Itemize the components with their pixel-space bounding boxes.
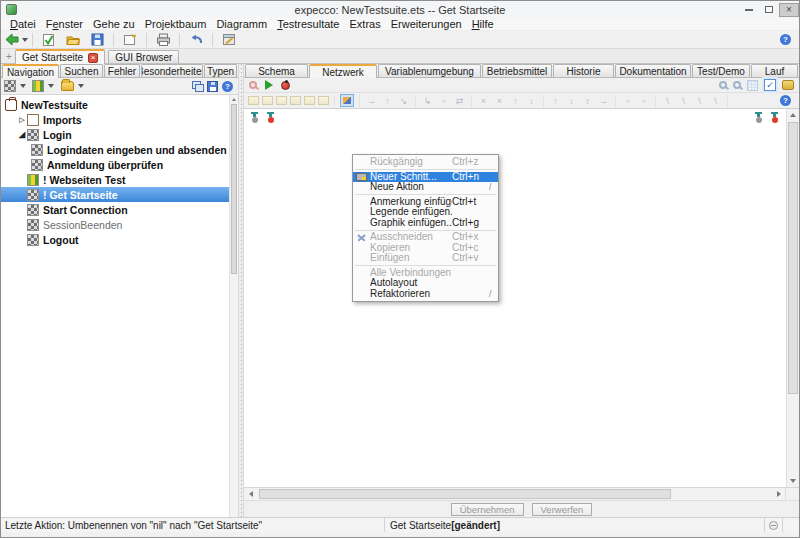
pin-right-icon[interactable]: → (365, 95, 378, 107)
help-icon[interactable] (780, 34, 791, 45)
zoom-out-icon[interactable] (719, 81, 727, 89)
scrollbar-thumb[interactable] (231, 104, 237, 274)
tree-row[interactable]: Anmeldung überprüfen (1, 157, 238, 172)
tree-row[interactable]: NewTestsuite (1, 97, 238, 112)
menu-item-neuer-schritt[interactable]: Neuer Schritt...Ctrl+n (353, 172, 498, 183)
lower-icon[interactable]: ↓ (565, 95, 578, 107)
tree-row[interactable]: Logout (1, 232, 238, 247)
tab-navigation[interactable]: Navigation (2, 64, 59, 78)
scroll-down-icon[interactable] (787, 475, 799, 487)
delete-up-icon[interactable]: ↑ (509, 95, 522, 107)
select-tool-icon[interactable] (340, 94, 354, 107)
grid-toggle-icon[interactable] (747, 80, 758, 91)
menu-item-legende-einfuegen[interactable]: Legende einfügen... (353, 207, 498, 218)
close-tab-icon[interactable]: × (88, 53, 98, 63)
delete-pin-icon[interactable]: × (477, 95, 490, 107)
pin-icon[interactable]: + (3, 50, 15, 63)
maximize-button[interactable] (759, 3, 779, 17)
tab-typen[interactable]: Typen (204, 64, 237, 77)
tab-dokumentation[interactable]: Dokumentation (615, 64, 691, 77)
tab-netzwerk[interactable]: Netzwerk (309, 64, 377, 78)
menu-datei[interactable]: Datei (5, 18, 41, 30)
menu-testresultate[interactable]: Testresultate (272, 18, 344, 30)
help-icon[interactable] (780, 95, 791, 106)
expander-expanded-icon[interactable]: ◢ (17, 130, 27, 139)
pin-up-icon[interactable]: ↑ (381, 95, 394, 107)
tab-test-demo[interactable]: Test/Demo (692, 64, 750, 77)
new-step-dropdown-icon[interactable] (20, 84, 26, 88)
menu-gehe-zu[interactable]: Gehe zu (88, 18, 140, 30)
tab-historie[interactable]: Historie (553, 64, 614, 77)
new-action-icon[interactable] (32, 80, 44, 92)
settings-icon[interactable] (217, 32, 241, 48)
back-icon[interactable] (4, 32, 28, 48)
uebernehmen-button[interactable]: Übernehmen (451, 503, 524, 516)
tab-suchen[interactable]: Suchen (60, 64, 103, 77)
frame-icon[interactable]: ▫ (437, 95, 450, 107)
menu-item-autolayout[interactable]: Autolayout (353, 278, 498, 289)
tree-row[interactable]: ! Webseiten Test (1, 172, 238, 187)
delete-step-icon[interactable]: × (493, 95, 506, 107)
tab-schema[interactable]: Schema (245, 64, 308, 77)
delete-down-icon[interactable]: ↓ (525, 95, 538, 107)
line-manhattan-icon[interactable]: \ (709, 95, 722, 107)
menu-item-graphik-einfuegen[interactable]: Graphik einfügen...Ctrl+g (353, 218, 498, 229)
tree-row[interactable]: Start Connection (1, 202, 238, 217)
undo-icon[interactable] (184, 32, 208, 48)
connect-icon[interactable]: ↳ (421, 95, 434, 107)
debug-icon[interactable] (281, 81, 290, 90)
tab-betriebsmittel[interactable]: Betriebsmittel (482, 64, 552, 77)
menu-fenster[interactable]: Fenster (41, 18, 88, 30)
input-pin-red-icon[interactable] (266, 112, 275, 123)
tree-row[interactable]: ▷Imports (1, 112, 238, 127)
close-button[interactable]: × (779, 3, 799, 17)
expander-collapsed-icon[interactable]: ▷ (17, 116, 27, 124)
scrollbar-thumb[interactable] (788, 122, 798, 394)
join-icon[interactable]: ▫ (621, 95, 634, 107)
scroll-left-icon[interactable] (244, 488, 257, 500)
snap-checkbox[interactable] (764, 79, 776, 91)
line-straight-icon[interactable]: \ (661, 95, 674, 107)
save-tree-icon[interactable] (207, 81, 218, 92)
tab-gui-browser[interactable]: GUI Browser (108, 50, 179, 63)
raise-icon[interactable]: ↑ (549, 95, 562, 107)
input-pin-icon[interactable] (250, 112, 259, 123)
new-action-dropdown-icon[interactable] (48, 84, 54, 88)
rotate-icon[interactable]: → (597, 95, 610, 107)
camera-icon[interactable] (782, 80, 794, 90)
tree-row[interactable]: SessionBeenden (1, 217, 238, 232)
minimize-button[interactable] (739, 3, 759, 17)
menu-projektbaum[interactable]: Projektbaum (140, 18, 212, 30)
save-icon[interactable] (85, 32, 109, 48)
zoom-in-icon[interactable] (733, 81, 741, 89)
insert-wrapper-icon[interactable] (290, 96, 301, 105)
split-icon[interactable]: ▫ (637, 95, 650, 107)
run-icon[interactable] (265, 80, 273, 90)
menu-hilfe[interactable]: Hilfe (467, 18, 499, 30)
search-disabled-icon[interactable] (249, 81, 257, 89)
menu-erweiterungen[interactable]: Erweiterungen (386, 18, 467, 30)
pin-branch-icon[interactable]: ↘ (397, 95, 410, 107)
menu-diagramm[interactable]: Diagramm (211, 18, 272, 30)
insert-reference-icon[interactable] (276, 96, 287, 105)
tab-besonderheiten[interactable]: Besonderheiten (141, 64, 203, 77)
insert-step-icon[interactable] (248, 96, 259, 105)
insert-page-icon[interactable] (304, 96, 315, 105)
new-folder-icon[interactable] (61, 81, 74, 91)
output-pin-icon[interactable] (754, 112, 763, 123)
back-dropdown-icon[interactable] (22, 38, 28, 42)
network-canvas[interactable] (244, 109, 799, 488)
canvas-hscrollbar[interactable] (244, 488, 799, 501)
scroll-up-icon[interactable] (787, 109, 799, 121)
menu-item-refaktorieren[interactable]: Refaktorieren/ (353, 289, 498, 300)
menu-item-neue-aktion[interactable]: Neue Aktion/ (353, 182, 498, 193)
new-window-icon[interactable] (118, 32, 142, 48)
tab-variablenumgebung[interactable]: Variablenumgebung (378, 64, 481, 77)
tab-lauf[interactable]: Lauf (751, 64, 798, 77)
detach-window-icon[interactable] (192, 81, 203, 91)
open-folder-icon[interactable] (61, 32, 85, 48)
insert-compound-icon[interactable] (262, 96, 273, 105)
canvas-vscrollbar[interactable] (786, 109, 799, 487)
tree-row[interactable]: Logindaten eingeben und absenden (1, 142, 238, 157)
output-pin-red-icon[interactable] (770, 112, 779, 123)
